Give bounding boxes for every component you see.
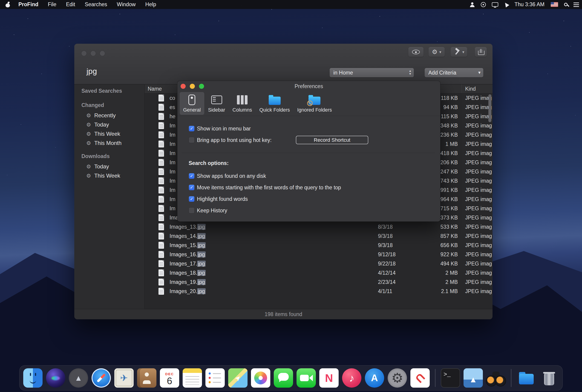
minimize-button[interactable] (90, 50, 96, 56)
size-cell: 348 KB (440, 122, 458, 129)
prefs-tab-columns[interactable]: Columns (229, 92, 256, 115)
binocular-lens-left (486, 376, 496, 386)
dock-item-photos[interactable] (251, 368, 270, 388)
size-cell: 991 KB (440, 187, 458, 193)
dock-item-maps[interactable]: ➤ (228, 368, 248, 388)
vertical-scrollbar-thumb[interactable] (488, 94, 491, 122)
dock-item-contacts[interactable] (137, 368, 156, 388)
dock-item-profind[interactable] (486, 368, 506, 388)
sidebar-item-changed-recently[interactable]: ⚙Recently (74, 111, 144, 120)
dock-item-magnet[interactable]: U (410, 368, 430, 388)
share-button[interactable] (475, 47, 487, 57)
unchecked-checkbox[interactable] (189, 137, 194, 143)
table-row[interactable]: Images_13.jpg8/3/18533 KBJPEG imag (145, 222, 492, 232)
dock-item-notes[interactable] (183, 368, 202, 388)
menu-searches[interactable]: Searches (80, 0, 112, 9)
add-criteria-popup-button[interactable]: Add Criteria ▾ (425, 68, 483, 77)
dock-item-preview[interactable]: ▲ (464, 368, 483, 388)
cursor-status-icon[interactable] (501, 0, 512, 9)
preference-row-bring-app-to-front-using-hot-k: Bring app to front using hot key:Record … (189, 136, 435, 144)
close-button[interactable] (81, 50, 87, 56)
prefs-tab-ignored-folders[interactable]: Ignored Folders (294, 92, 336, 115)
zoom-button[interactable] (100, 50, 105, 56)
action-menu-button[interactable]: ⚙ ▾ (428, 47, 445, 57)
app-menu-profind[interactable]: ProFind (14, 0, 43, 9)
dock-item-siri[interactable] (46, 368, 65, 388)
scope-popup-button[interactable]: in Home ▲▼ (330, 68, 414, 77)
prefs-tab-sidebar[interactable]: Sidebar (205, 92, 229, 115)
apple-menu-icon[interactable] (5, 2, 10, 8)
checked-checkbox[interactable]: ✓ (189, 126, 194, 131)
dock-item-safari[interactable] (92, 368, 111, 388)
app-store-glyph: A (371, 372, 378, 384)
table-row[interactable]: Images_19.jpg2/23/142 MBJPEG imag (145, 278, 492, 287)
kind-cell: JPEG imag (465, 104, 492, 110)
dock-item-system-preferences[interactable]: ⚙ (388, 368, 407, 388)
file-name-cell: Images_20.jpg (170, 288, 206, 294)
menu-edit[interactable]: Edit (61, 0, 80, 9)
tab-label: General (183, 107, 201, 113)
user-silhouette-status-icon[interactable] (467, 0, 478, 9)
sidebar-item-downloads-today[interactable]: ⚙Today (74, 162, 144, 171)
dock-item-trash[interactable] (540, 368, 559, 388)
column-header-name[interactable]: Name (148, 86, 162, 92)
notification-center-icon[interactable] (570, 0, 582, 9)
prefs-tab-quick-folders[interactable]: Quick Folders (256, 92, 293, 115)
preferences-titlebar[interactable]: Preferences (177, 81, 440, 91)
quick-look-button[interactable] (408, 47, 424, 57)
gear-icon: ⚙ (86, 112, 91, 119)
column-header-kind[interactable]: Kind (465, 86, 476, 92)
table-row[interactable]: Images_15.jpg9/3/18656 KBJPEG imag (145, 241, 492, 250)
dock-item-finder[interactable] (23, 368, 42, 388)
kind-cell: JPEG imag (465, 261, 492, 267)
sidebar-item-label: This Week (94, 131, 120, 137)
document-icon (158, 288, 164, 295)
checked-checkbox[interactable]: ✓ (189, 196, 194, 202)
table-row[interactable]: Images_16.jpg9/12/18922 KBJPEG imag (145, 250, 492, 259)
kind-cell: JPEG imag (465, 95, 492, 101)
sidebar-item-downloads-this-week[interactable]: ⚙This Week (74, 171, 144, 180)
file-name-cell: Images_14.jpg (170, 233, 206, 239)
dock-item-terminal[interactable]: >_ (441, 368, 460, 388)
dock-item-downloads-folder[interactable] (517, 368, 536, 388)
dock-item-launchpad[interactable]: ▲ (69, 368, 88, 388)
spotlight-icon[interactable] (561, 0, 570, 9)
file-name-cell: es (170, 104, 175, 110)
dock-item-messages[interactable] (274, 368, 293, 388)
table-row[interactable]: Images_18.jpg4/12/142 MBJPEG imag (145, 268, 492, 278)
dock-item-mail[interactable]: ✈ (114, 368, 134, 388)
sidebar-section-header: Saved Searches (74, 86, 144, 96)
size-cell: 118 KB (441, 95, 458, 101)
checked-checkbox[interactable]: ✓ (189, 173, 194, 179)
record-shortcut-button[interactable]: Record Shortcut (296, 136, 368, 144)
sidebar-item-changed-this-week[interactable]: ⚙This Week (74, 129, 144, 138)
tools-menu-button[interactable]: ▾ (451, 47, 467, 57)
dock-item-itunes[interactable]: ♪ (342, 368, 362, 388)
menu-help[interactable]: Help (140, 0, 161, 9)
dock-item-facetime[interactable] (296, 368, 316, 388)
dock-item-reminders[interactable] (206, 368, 225, 388)
dock-item-app-store[interactable]: A (365, 368, 384, 388)
sidebar-item-changed-today[interactable]: ⚙Today (74, 120, 144, 129)
sidebar-item-changed-this-month[interactable]: ⚙This Month (74, 138, 144, 148)
dock-item-calendar[interactable]: DEC6 (160, 368, 179, 388)
tools-icon (454, 49, 460, 55)
prefs-tab-general[interactable]: General (180, 92, 204, 115)
input-source-flag-icon[interactable] (548, 0, 561, 9)
table-row[interactable]: Images_20.jpg4/1/112.1 MBJPEG imag (145, 287, 492, 296)
display-status-icon[interactable] (489, 0, 501, 9)
circle-status-icon[interactable] (478, 0, 489, 9)
dock-item-news[interactable]: N (319, 368, 338, 388)
date-cell: 9/3/18 (378, 233, 393, 239)
table-row[interactable]: Images_17.jpg9/22/18494 KBJPEG imag (145, 259, 492, 268)
menu-bar-clock[interactable]: Thu 3:36 AM (512, 2, 548, 8)
menu-window[interactable]: Window (112, 0, 140, 9)
calendar-month-label: DEC (165, 372, 174, 376)
checked-checkbox[interactable]: ✓ (189, 185, 194, 190)
search-input[interactable]: jpg (86, 67, 97, 76)
sidebar-section-header: Downloads (74, 152, 144, 161)
menu-file[interactable]: File (43, 0, 61, 9)
unchecked-checkbox[interactable] (189, 208, 194, 213)
table-row[interactable]: Images_14.jpg9/3/18857 KBJPEG imag (145, 232, 492, 241)
column-divider[interactable] (462, 84, 462, 93)
